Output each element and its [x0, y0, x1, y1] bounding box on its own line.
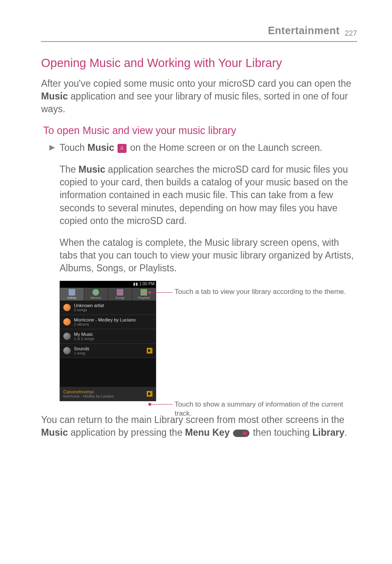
main-heading: Opening Music and Working with Your Libr…	[41, 56, 357, 70]
bullet-block: ▶ Touch Music on the Home screen or on t…	[60, 141, 357, 274]
music-app-icon	[118, 144, 127, 153]
text: After you've copied some music onto your…	[41, 78, 351, 89]
intro-paragraph: After you've copied some music onto your…	[41, 77, 357, 116]
play-indicator-icon	[147, 348, 152, 354]
row-title: My Music	[74, 332, 94, 337]
expand-icon	[63, 318, 71, 326]
play-button-icon[interactable]	[147, 391, 152, 397]
playlists-icon	[141, 289, 147, 296]
callout-1: Touch a tab to view your library accordi…	[175, 287, 357, 296]
callouts-area: Touch a tab to view your library accordi…	[156, 281, 357, 401]
row-subtitle: 1 song	[74, 351, 89, 355]
text: then touching	[250, 427, 312, 438]
list-item[interactable]: Unknown artist 2 songs	[60, 300, 156, 315]
tab-playlists[interactable]: Playlists	[132, 288, 156, 300]
track-artist: Morricone - Medley by Luciano	[63, 394, 114, 398]
section-title: Entertainment	[268, 25, 340, 36]
paragraph-3: When the catalog is complete, the Music …	[60, 236, 357, 275]
text: on the Home screen or on the Launch scre…	[127, 142, 322, 153]
row-subtitle: 1 of 2 songs	[74, 337, 94, 341]
songs-icon	[117, 289, 123, 296]
menu-key-word: Menu Key	[185, 427, 230, 438]
list-text: Morricone - Medley by Luciano 2 albums	[74, 317, 136, 326]
tab-label: Songs	[108, 296, 132, 300]
track-title: CanoneInverso	[63, 389, 114, 394]
row-subtitle: 2 albums	[74, 322, 136, 326]
text: application and see your library of musi…	[41, 91, 348, 114]
text: application by pressing the	[68, 427, 185, 438]
callout-2: Touch to show a summary of information o…	[175, 400, 357, 418]
sub-heading: To open Music and view your music librar…	[43, 125, 357, 136]
menu-key-icon	[233, 430, 249, 437]
list-text: My Music 1 of 2 songs	[74, 332, 94, 341]
tab-row: Artists Albums Songs Playlists	[60, 288, 156, 300]
list-item[interactable]: My Music 1 of 2 songs	[60, 329, 156, 344]
callout-line	[150, 292, 173, 293]
music-word: Music	[88, 142, 114, 153]
status-bar: ▮▮ 1:00 PM	[60, 281, 156, 288]
list-item[interactable]: Sounds 1 song	[60, 344, 156, 358]
text: Touch	[60, 142, 88, 153]
expand-icon	[63, 304, 71, 311]
list-text: Unknown artist 2 songs	[74, 303, 104, 312]
callout-line	[150, 404, 173, 405]
album-icon	[63, 333, 71, 340]
empty-space	[60, 358, 156, 387]
phone-screenshot: ▮▮ 1:00 PM Artists Albums Songs Playlist…	[60, 281, 156, 401]
list-item[interactable]: Morricone - Medley by Luciano 2 albums	[60, 315, 156, 329]
paragraph-2: The Music application searches the micro…	[60, 163, 357, 227]
library-word: Library	[312, 427, 344, 438]
music-word: Music	[78, 164, 105, 175]
bullet-arrow-icon: ▶	[49, 143, 55, 152]
now-playing-text: CanoneInverso Morricone - Medley by Luci…	[63, 389, 114, 398]
albums-icon	[92, 289, 99, 296]
row-title: Unknown artist	[74, 303, 104, 308]
tab-label: Artists	[60, 296, 84, 300]
tab-albums[interactable]: Albums	[84, 288, 108, 300]
page-header: Entertainment 227	[41, 25, 357, 42]
page-number: 227	[345, 29, 357, 37]
album-icon	[63, 347, 71, 354]
screenshot-section: ▮▮ 1:00 PM Artists Albums Songs Playlist…	[60, 281, 357, 401]
row-title: Morricone - Medley by Luciano	[74, 317, 136, 322]
bullet-line: Touch Music on the Home screen or on the…	[60, 141, 357, 154]
tab-label: Albums	[84, 296, 108, 300]
now-playing-bar[interactable]: CanoneInverso Morricone - Medley by Luci…	[60, 387, 156, 401]
text: The	[60, 164, 78, 175]
clock-label: 1:00 PM	[139, 282, 154, 286]
music-word: Music	[41, 91, 68, 102]
list-text: Sounds 1 song	[74, 346, 89, 355]
row-subtitle: 2 songs	[74, 308, 104, 312]
signal-icon: ▮▮	[133, 282, 139, 286]
row-title: Sounds	[74, 346, 89, 351]
text: .	[344, 427, 347, 438]
tab-songs[interactable]: Songs	[108, 288, 132, 300]
music-word: Music	[41, 427, 68, 438]
tab-label: Playlists	[132, 296, 156, 300]
artists-icon	[69, 289, 75, 296]
tab-artists[interactable]: Artists	[60, 288, 84, 300]
